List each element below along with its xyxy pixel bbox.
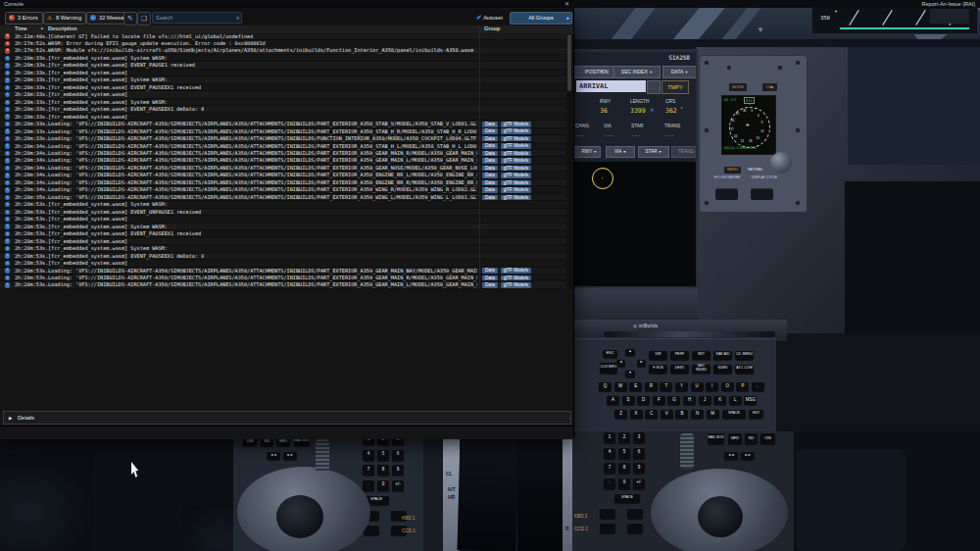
key-l[interactable]: L: [729, 395, 742, 405]
key-7[interactable]: 7: [363, 464, 374, 476]
thrust-lever-right[interactable]: [517, 434, 563, 551]
key-u[interactable]: U: [691, 381, 704, 391]
key-6[interactable]: 6: [392, 449, 404, 461]
key-ent[interactable]: ENT: [749, 409, 763, 419]
key-r[interactable]: R: [645, 381, 658, 391]
key-4[interactable]: 4: [363, 449, 374, 461]
seek-back-key[interactable]: ◄◄: [724, 451, 738, 460]
log-row[interactable]: i2h:20m:53s.Loading: 'VFS://INIBUILDS-AI…: [0, 281, 566, 288]
key-h[interactable]: H: [683, 395, 696, 405]
arrow-right-key[interactable]: ►: [637, 359, 646, 367]
key-c-l-menu[interactable]: C/L MENU: [735, 350, 754, 360]
column-group[interactable]: Group: [484, 25, 500, 33]
key-w[interactable]: W: [614, 381, 627, 391]
log-row[interactable]: i2h:20m:53s.[fcr_embedded_system.wasm] E…: [0, 209, 566, 216]
key--[interactable]: ←: [752, 381, 764, 391]
mfd-trans-dropdown[interactable]: TRANS ▼: [671, 146, 696, 158]
key--[interactable]: +/-: [392, 479, 404, 491]
key-j[interactable]: J: [699, 395, 711, 405]
log-row[interactable]: i2h:20m:33s.Loading: 'VFS://INIBUILDS-AI…: [0, 128, 566, 135]
log-row[interactable]: i2h:20m:53s.[fcr_embedded_system.wasm]: [0, 238, 566, 245]
mfd-swap-box[interactable]: [647, 80, 661, 94]
key-i[interactable]: I: [706, 381, 718, 391]
key-4[interactable]: 4: [604, 447, 615, 459]
seek-back-key[interactable]: ◄◄: [267, 451, 280, 460]
display-cycle-button[interactable]: [751, 188, 773, 200]
key-surv[interactable]: SURV: [713, 364, 732, 374]
key-sec-index[interactable]: SEC INDEX: [692, 364, 710, 374]
blank-key[interactable]: [391, 510, 407, 521]
sort-arrow-icon[interactable]: ▲: [40, 25, 44, 33]
key-o[interactable]: O: [721, 381, 734, 391]
key-7[interactable]: 7: [604, 462, 615, 474]
key-clr-info[interactable]: CLR INFO: [600, 362, 617, 374]
log-row[interactable]: i2h:20m:33s.[fcr_embedded_system.wasm] S…: [0, 55, 566, 62]
log-row[interactable]: i2h:20m:53s.[fcr_embedded_system.wasm] E…: [0, 230, 566, 237]
search-clear-icon[interactable]: x: [236, 13, 239, 23]
key-f-pln[interactable]: F-PLN: [649, 364, 667, 374]
log-row[interactable]: i2h:20m:53s.Loading: 'VFS://INIBUILDS-AI…: [0, 275, 566, 281]
key-z[interactable]: Z: [614, 409, 627, 419]
key-esc[interactable]: ESC: [603, 349, 617, 358]
log-row[interactable]: i2h:20m:34s.Loading: 'VFS://INIBUILDS-AI…: [0, 157, 566, 164]
log-row[interactable]: i2h:20m:53s.[fcr_embedded_system.wasm]: [0, 260, 566, 267]
key-9[interactable]: 9: [392, 464, 404, 476]
log-row[interactable]: i2h:20m:34s.Loading: 'VFS://INIBUILDS-AI…: [0, 165, 566, 172]
isis-ls-button[interactable]: LS▶: [762, 83, 777, 91]
edit-icon[interactable]: ✎: [123, 12, 137, 25]
stylus-pen[interactable]: [604, 331, 775, 337]
log-row[interactable]: ✕2h:17m:52s.WASM: Module vfs://inibuilds…: [0, 47, 566, 54]
fo-scrollwheel[interactable]: [680, 433, 694, 469]
key-init[interactable]: INIT: [692, 350, 710, 360]
key-c[interactable]: C: [645, 409, 658, 419]
log-row[interactable]: i2h:20m:33s.Loading: 'VFS://INIBUILDS-AI…: [0, 121, 566, 127]
key-9[interactable]: 9: [633, 462, 645, 474]
scrollbar[interactable]: [567, 33, 572, 290]
key-nd[interactable]: ND: [745, 432, 758, 444]
blank-key[interactable]: [391, 525, 407, 535]
key-space[interactable]: SPACE: [364, 495, 389, 505]
log-row[interactable]: i2h:20m:33s.[fcr_embedded_system.wasm]: [0, 114, 566, 121]
key-nav-aid[interactable]: NAV AID: [713, 350, 732, 360]
key-n[interactable]: N: [691, 409, 704, 419]
key--[interactable]: ·: [604, 477, 615, 489]
log-row[interactable]: i2h:20m:33s.[fcr_embedded_system.wasm] E…: [0, 84, 566, 91]
arrow-left-key[interactable]: ◄: [616, 359, 625, 367]
key-space[interactable]: SPACE: [614, 493, 640, 503]
key-x[interactable]: X: [630, 409, 643, 419]
log-row[interactable]: i2h:20m:53s.[fcr_embedded_system.wasm] E…: [0, 253, 566, 260]
groups-dropdown[interactable]: All Groups ▸: [510, 12, 572, 25]
log-row[interactable]: i2h:20m:34s.Loading: 'VFS://INIBUILDS-AI…: [0, 179, 566, 186]
key-atc-com[interactable]: ATC COM: [735, 364, 754, 374]
blank-key[interactable]: [600, 508, 615, 519]
key-2[interactable]: 2: [618, 431, 630, 443]
key-q[interactable]: Q: [599, 381, 612, 391]
log-row[interactable]: i2h:20m:34s.Loading: 'VFS://INIBUILDS-AI…: [0, 186, 566, 193]
captain-trackball-housing[interactable]: [237, 467, 370, 551]
key-p[interactable]: P: [736, 381, 749, 391]
key-b[interactable]: B: [675, 409, 688, 419]
captain-scrollwheel[interactable]: [316, 439, 329, 473]
blank-key[interactable]: [600, 523, 615, 533]
report-an-issue[interactable]: Report-An-Issue (RAI): [922, 0, 975, 8]
key-5[interactable]: 5: [618, 447, 630, 459]
key-1[interactable]: 1: [604, 431, 615, 443]
mfd-via-dropdown[interactable]: VIA ▼: [606, 146, 635, 158]
blank-key[interactable]: [364, 510, 379, 521]
thrust-lever-left[interactable]: [457, 433, 518, 551]
blank-key[interactable]: [364, 525, 379, 535]
isis-menu-button[interactable]: MENU: [724, 167, 741, 174]
blank-key[interactable]: [627, 508, 643, 519]
key-mfd[interactable]: MFD: [728, 432, 742, 444]
key--[interactable]: ·: [363, 479, 374, 491]
key-8[interactable]: 8: [618, 462, 630, 474]
log-row[interactable]: ✕2h:11m:40s.[Coherent GT] Failed to loca…: [0, 33, 566, 40]
log-row[interactable]: i2h:20m:34s.Loading: 'VFS://INIBUILDS-AI…: [0, 143, 566, 150]
key-0[interactable]: 0: [377, 479, 389, 491]
key-space[interactable]: SPACE: [722, 409, 746, 419]
key-8[interactable]: 8: [377, 464, 389, 476]
log-row[interactable]: i2h:20m:33s.[fcr_embedded_system.wasm] S…: [0, 99, 566, 106]
blank-key[interactable]: [627, 523, 643, 533]
log-row[interactable]: i2h:20m:33s.[fcr_embedded_system.wasm]: [0, 91, 566, 98]
key-a[interactable]: A: [607, 395, 619, 405]
